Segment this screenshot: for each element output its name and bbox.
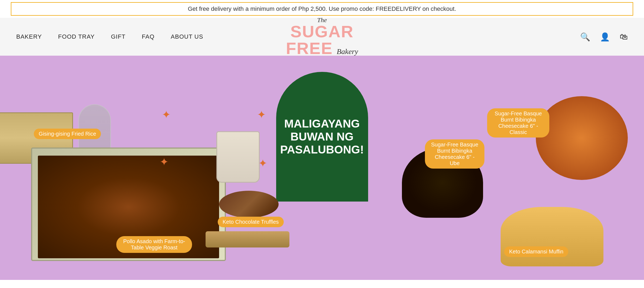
nav-item-gift[interactable]: GIFT [111, 33, 126, 40]
hero-arch-text: MALIGAYANG BUWAN NG PASALUBONG! [275, 112, 369, 162]
star-right-icon: ✦ [257, 108, 266, 121]
star-right-bottom-icon: ✦ [258, 157, 267, 169]
logo[interactable]: The SUGAR FREE Bakery [286, 17, 358, 57]
announcement-bar: Get free delivery with a minimum order o… [11, 2, 633, 16]
nav-item-faq[interactable]: FAQ [142, 33, 154, 40]
label-gising: Gising-gising Fried Rice [34, 129, 101, 139]
food-cheesecake-classic [536, 96, 628, 180]
hero-section: MALIGAYANG BUWAN NG PASALUBONG! ✦ ✦ ✦ ✦ … [0, 56, 644, 280]
header: BAKERY FOOD TRAY GIFT FAQ ABOUT US The S… [0, 18, 644, 56]
label-keto-choc: Keto Chocolate Truffles [218, 217, 284, 227]
logo-sugar: SUGAR [286, 23, 358, 40]
food-mug [216, 131, 260, 183]
food-muffins [501, 207, 603, 266]
search-icon[interactable]: 🔍 [580, 32, 590, 42]
star-left-icon: ✦ [162, 108, 171, 121]
wooden-tray [206, 231, 289, 247]
label-muffin: Keto Calamansi Muffin [504, 246, 568, 257]
announcement-text: Get free delivery with a minimum order o… [188, 5, 456, 12]
nav-item-food-tray[interactable]: FOOD TRAY [58, 33, 95, 40]
nav-left: BAKERY FOOD TRAY GIFT FAQ ABOUT US [16, 33, 203, 40]
label-ube: Sugar-Free Basque Burnt Bibingka Cheesec… [425, 139, 484, 169]
label-classic: Sugar-Free Basque Burnt Bibingka Cheesec… [487, 108, 549, 138]
food-truffles [219, 191, 279, 218]
nav-item-about-us[interactable]: ABOUT US [171, 33, 203, 40]
logo-bakery: Bakery [337, 47, 358, 56]
hero-arch: MALIGAYANG BUWAN NG PASALUBONG! [276, 72, 368, 202]
star-left-bottom-icon: ✦ [160, 156, 169, 168]
account-icon[interactable]: 👤 [600, 32, 610, 42]
logo-free: FREE [286, 39, 333, 58]
nav-right: 🔍 👤 🛍 [580, 32, 628, 42]
nav-item-bakery[interactable]: BAKERY [16, 33, 42, 40]
cart-icon[interactable]: 🛍 [620, 32, 628, 41]
label-pollo: Pollo Asado with Farm-to-Table Veggie Ro… [116, 236, 192, 253]
